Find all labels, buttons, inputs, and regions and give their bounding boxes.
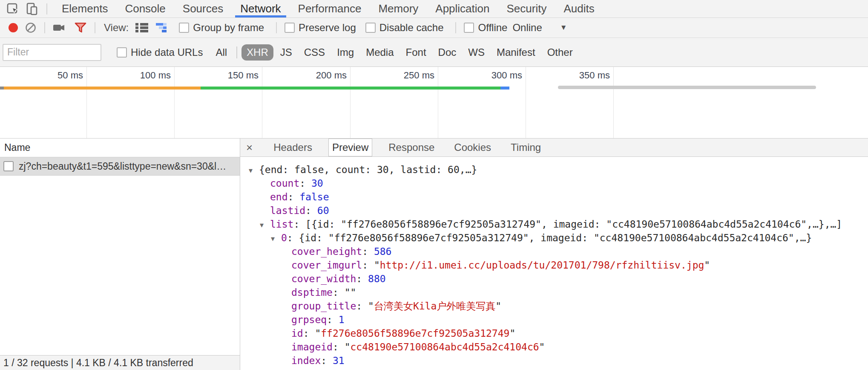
json-row: group_title: "台湾美女Kila户外唯美写真": [240, 299, 868, 313]
detail-tab-preview[interactable]: Preview: [328, 139, 372, 156]
json-quote: "": [345, 287, 356, 298]
resource-type-filters: AllXHRJSCSSImgMediaFontDocWSManifestOthe…: [210, 44, 578, 61]
tab-elements[interactable]: Elements: [62, 0, 108, 17]
screencast-icon[interactable]: [53, 23, 66, 33]
requests-summary: 1 / 32 requests | 4.1 KB / 4.1 KB transf…: [3, 357, 193, 369]
tab-application[interactable]: Application: [435, 0, 489, 17]
filter-pill-manifest[interactable]: Manifest: [491, 44, 540, 61]
json-row: grpseq: 1: [240, 313, 868, 327]
disable-cache-checkbox[interactable]: [365, 23, 376, 33]
json-row: count: 30: [240, 176, 868, 190]
timeline-gridline: [262, 67, 262, 138]
timeline-gridline: [438, 67, 438, 138]
json-key: dsptime: [291, 287, 333, 298]
json-num: 60: [317, 205, 329, 216]
tab-console[interactable]: Console: [125, 0, 165, 17]
offline-label: Offline: [478, 22, 507, 34]
detail-tab-timing[interactable]: Timing: [507, 139, 544, 156]
filter-icon[interactable]: [74, 22, 87, 34]
filter-pill-all[interactable]: All: [210, 44, 232, 61]
overview-waterfall-bar: [4, 87, 201, 90]
json-key: index: [291, 355, 321, 366]
filter-pill-img[interactable]: Img: [332, 44, 359, 61]
group-by-frame-checkbox[interactable]: [179, 23, 189, 33]
timeline-gridline: [526, 67, 526, 138]
detail-tab-headers[interactable]: Headers: [270, 139, 316, 156]
close-icon[interactable]: ×: [246, 142, 253, 153]
network-main: Name zj?ch=beauty&t1=595&listtype=new&sn…: [0, 139, 868, 370]
detail-tab-cookies[interactable]: Cookies: [451, 139, 494, 156]
filter-pill-doc[interactable]: Doc: [433, 44, 462, 61]
expand-arrow-icon[interactable]: ▼: [271, 232, 281, 246]
request-row[interactable]: zj?ch=beauty&t1=595&listtype=new&sn=30&l…: [0, 157, 240, 176]
preview-json-tree[interactable]: ▼{end: false, count: 30, lastid: 60,…}co…: [240, 157, 868, 370]
waterfall-view-icon[interactable]: [156, 23, 170, 33]
json-text: :: [333, 341, 345, 353]
detail-tab-response[interactable]: Response: [385, 139, 438, 156]
json-quote: ": [374, 260, 380, 271]
filter-pill-font[interactable]: Font: [401, 44, 431, 61]
json-num: 586: [374, 246, 392, 257]
json-quote: ": [368, 301, 374, 312]
list-view-icon[interactable]: [135, 23, 148, 33]
timeline-tick-label: 250 ms: [371, 70, 434, 81]
filter-pill-css[interactable]: CSS: [299, 44, 330, 61]
expand-arrow-icon[interactable]: ▼: [260, 218, 270, 232]
tab-performance[interactable]: Performance: [298, 0, 362, 17]
separator: [276, 22, 277, 33]
filter-pill-ws[interactable]: WS: [463, 44, 490, 61]
record-button[interactable]: [9, 23, 18, 32]
inspect-element-icon[interactable]: [7, 3, 20, 15]
overview-scrollbar[interactable]: [558, 86, 816, 89]
offline-checkbox[interactable]: [464, 23, 474, 33]
json-key: cover_imgurl: [291, 260, 362, 271]
filter-pill-js[interactable]: JS: [275, 44, 297, 61]
overview-waterfall-bar: [500, 87, 509, 90]
json-quote: ": [509, 328, 515, 339]
name-column-label: Name: [4, 142, 30, 153]
json-key: group_title: [291, 301, 356, 312]
disable-cache-label: Disable cache: [379, 22, 444, 34]
json-row: ▼{end: false, count: 30, lastid: 60,…}: [240, 163, 868, 176]
filter-input[interactable]: [3, 44, 101, 61]
json-row: index: 31: [240, 354, 868, 367]
hide-data-urls-checkbox[interactable]: [117, 47, 127, 58]
json-text: :: [356, 273, 368, 284]
tab-audits[interactable]: Audits: [563, 0, 594, 17]
timeline-tick-label: 350 ms: [546, 70, 610, 81]
json-row: listtype: 0: [240, 367, 868, 370]
json-num: 31: [333, 355, 345, 366]
chevron-down-icon: ▼: [560, 23, 567, 32]
tab-memory[interactable]: Memory: [378, 0, 418, 17]
separator: [236, 46, 237, 58]
throttling-value: Online: [512, 22, 542, 34]
overview-waterfall-bar: [201, 87, 500, 90]
requests-panel: Name zj?ch=beauty&t1=595&listtype=new&sn…: [0, 139, 240, 370]
json-row: cover_width: 880: [240, 272, 868, 286]
tab-network[interactable]: Network: [240, 0, 281, 17]
device-toolbar-icon[interactable]: [25, 2, 39, 16]
json-text: :: [333, 287, 345, 298]
preserve-log-checkbox[interactable]: [285, 23, 295, 33]
json-quote: ": [345, 341, 351, 353]
network-overview[interactable]: 50 ms100 ms150 ms200 ms250 ms300 ms350 m…: [0, 67, 868, 139]
tab-sources[interactable]: Sources: [183, 0, 223, 17]
json-text: :: [288, 191, 300, 202]
name-column-header[interactable]: Name: [0, 139, 240, 157]
filter-pill-media[interactable]: Media: [361, 44, 399, 61]
expand-arrow-icon[interactable]: ▼: [249, 164, 259, 177]
json-row: imageid: "cc48190e57100864abc4d55a2c4104…: [240, 340, 868, 354]
throttling-dropdown[interactable]: Online ▼: [512, 22, 567, 34]
json-key: 0: [281, 232, 287, 243]
json-key: cover_height: [291, 246, 362, 257]
json-quote: ": [495, 301, 501, 312]
filter-pill-other[interactable]: Other: [542, 44, 578, 61]
tab-security[interactable]: Security: [507, 0, 547, 17]
json-key: grpseq: [291, 314, 327, 325]
request-checkbox[interactable]: [3, 161, 14, 171]
hide-data-urls-label: Hide data URLs: [131, 46, 203, 58]
json-row: id: "ff276e8056f58896e7cf92505a312749": [240, 327, 868, 340]
json-text: :: [321, 355, 333, 366]
clear-icon[interactable]: [25, 22, 37, 34]
filter-pill-xhr[interactable]: XHR: [241, 44, 273, 61]
